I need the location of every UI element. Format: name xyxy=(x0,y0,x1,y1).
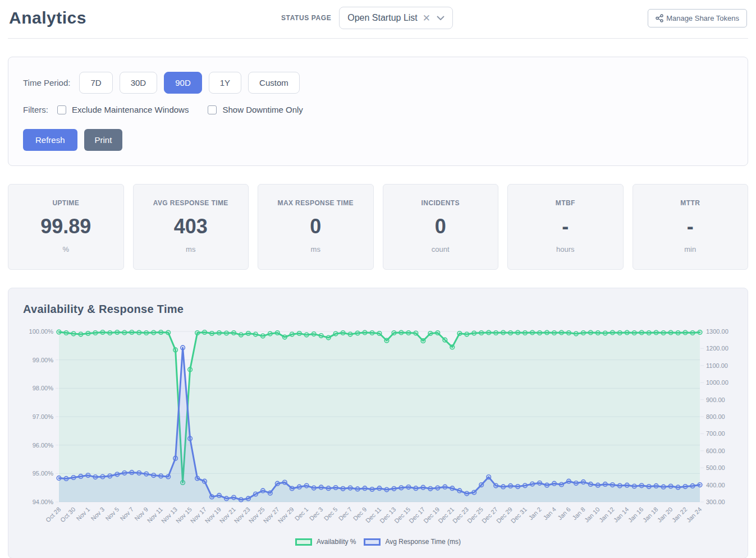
stats-row: UPTIME99.89%AVG RESPONSE TIME403msMAX RE… xyxy=(8,184,748,270)
svg-text:Dec 7: Dec 7 xyxy=(337,506,354,522)
svg-text:400.00: 400.00 xyxy=(706,482,725,488)
legend-label: Availability % xyxy=(317,538,356,546)
chart-title: Availability & Response Time xyxy=(23,303,733,316)
svg-text:700.00: 700.00 xyxy=(706,430,725,437)
status-page-selector: STATUS PAGE Open Startup List ✕ xyxy=(281,7,453,29)
stat-value: - xyxy=(512,215,618,238)
analytics-page: Analytics STATUS PAGE Open Startup List … xyxy=(0,0,756,558)
stat-unit: count xyxy=(388,245,494,253)
chart-legend: Availability %Avg Response Time (ms) xyxy=(23,534,733,550)
filters-label: Filters: xyxy=(23,105,48,114)
stat-value: - xyxy=(638,215,744,238)
svg-text:Jan 18: Jan 18 xyxy=(642,506,659,524)
svg-text:Nov 3: Nov 3 xyxy=(89,506,106,522)
svg-text:Jan 2: Jan 2 xyxy=(527,506,543,522)
stat-label: MTTR xyxy=(638,199,744,207)
svg-text:Jan 6: Jan 6 xyxy=(556,506,572,522)
print-button[interactable]: Print xyxy=(84,129,123,151)
checkbox-label: Exclude Maintenance Windows xyxy=(72,105,189,114)
svg-text:Jan 14: Jan 14 xyxy=(612,506,630,524)
time-period-label: Time Period: xyxy=(23,78,70,87)
stat-value: 0 xyxy=(263,215,369,238)
svg-text:500.00: 500.00 xyxy=(706,464,725,471)
legend-swatch xyxy=(364,538,381,546)
controls-panel: Time Period: 7D30D90D1YCustom Filters: E… xyxy=(8,57,748,166)
chart-wrap: 100.00%99.00%98.00%97.00%96.00%95.00%94.… xyxy=(23,324,733,534)
svg-text:Nov 1: Nov 1 xyxy=(75,506,91,522)
filters-row: Filters: Exclude Maintenance WindowsShow… xyxy=(23,105,733,114)
stat-unit: % xyxy=(13,245,119,253)
stat-unit: min xyxy=(638,245,744,253)
svg-text:1300.00: 1300.00 xyxy=(706,328,728,335)
stat-card-avg-response-time: AVG RESPONSE TIME403ms xyxy=(133,184,249,270)
svg-text:95.00%: 95.00% xyxy=(33,470,54,477)
svg-text:Nov 7: Nov 7 xyxy=(118,506,135,522)
svg-text:Jan 16: Jan 16 xyxy=(627,506,645,524)
availability-response-chart: 100.00%99.00%98.00%97.00%96.00%95.00%94.… xyxy=(23,324,732,532)
exclude-maintenance-windows-option[interactable]: Exclude Maintenance Windows xyxy=(57,105,189,114)
refresh-button[interactable]: Refresh xyxy=(23,129,77,151)
svg-text:96.00%: 96.00% xyxy=(33,442,54,449)
filter-checkboxes: Exclude Maintenance WindowsShow Downtime… xyxy=(57,105,303,114)
svg-text:800.00: 800.00 xyxy=(706,413,725,420)
svg-text:Dec 31: Dec 31 xyxy=(510,506,528,524)
stat-label: MAX RESPONSE TIME xyxy=(263,199,369,207)
status-page-value: Open Startup List xyxy=(347,13,418,23)
manage-share-tokens-button[interactable]: Manage Share Tokens xyxy=(648,9,747,27)
legend-swatch xyxy=(295,538,312,546)
time-period-custom-button[interactable]: Custom xyxy=(248,72,300,94)
svg-text:Nov 29: Nov 29 xyxy=(277,506,295,524)
legend-item-avg-response-time-ms[interactable]: Avg Response Time (ms) xyxy=(364,538,461,546)
svg-text:Jan 10: Jan 10 xyxy=(583,506,601,524)
time-period-1y-button[interactable]: 1Y xyxy=(209,72,241,94)
chevron-down-icon xyxy=(437,16,445,21)
exclude-maintenance-windows-checkbox[interactable] xyxy=(57,105,66,114)
stat-value: 99.89 xyxy=(13,215,119,238)
svg-text:Nov 5: Nov 5 xyxy=(104,506,120,522)
svg-text:Jan 12: Jan 12 xyxy=(598,506,616,524)
svg-text:Oct 28: Oct 28 xyxy=(44,506,62,523)
stat-value: 0 xyxy=(388,215,494,238)
svg-text:Jan 4: Jan 4 xyxy=(542,506,557,522)
stat-card-incidents: INCIDENTS0count xyxy=(383,184,499,270)
stat-card-mttr: MTTR-min xyxy=(633,184,749,270)
svg-text:98.00%: 98.00% xyxy=(33,385,54,391)
share-icon xyxy=(656,14,663,22)
time-period-30d-button[interactable]: 30D xyxy=(120,72,158,94)
show-downtime-only-checkbox[interactable] xyxy=(208,105,217,114)
svg-text:600.00: 600.00 xyxy=(706,448,725,454)
svg-text:97.00%: 97.00% xyxy=(33,413,54,420)
svg-text:300.00: 300.00 xyxy=(706,499,725,505)
svg-text:1000.00: 1000.00 xyxy=(706,379,728,386)
stat-card-uptime: UPTIME99.89% xyxy=(8,184,124,270)
svg-text:Dec 1: Dec 1 xyxy=(294,506,310,522)
legend-label: Avg Response Time (ms) xyxy=(385,538,461,546)
manage-share-tokens-label: Manage Share Tokens xyxy=(666,14,739,22)
svg-text:99.00%: 99.00% xyxy=(33,357,54,363)
stat-label: MTBF xyxy=(512,199,618,207)
stat-card-max-response-time: MAX RESPONSE TIME0ms xyxy=(258,184,374,270)
time-period-90d-button[interactable]: 90D xyxy=(164,72,202,94)
legend-item-availability[interactable]: Availability % xyxy=(295,538,356,546)
clear-selection-icon[interactable]: ✕ xyxy=(423,13,430,23)
time-period-7d-button[interactable]: 7D xyxy=(79,72,112,94)
stat-unit: ms xyxy=(138,245,244,253)
svg-text:900.00: 900.00 xyxy=(706,396,725,403)
stat-unit: ms xyxy=(263,245,369,253)
page-title: Analytics xyxy=(9,8,86,27)
svg-text:Jan 20: Jan 20 xyxy=(656,506,674,524)
stat-unit: hours xyxy=(512,245,618,253)
svg-text:Oct 30: Oct 30 xyxy=(59,506,76,523)
stat-label: INCIDENTS xyxy=(388,199,494,207)
svg-text:94.00%: 94.00% xyxy=(33,499,54,505)
stat-value: 403 xyxy=(138,215,244,238)
svg-text:1100.00: 1100.00 xyxy=(706,362,728,369)
stat-card-mtbf: MTBF-hours xyxy=(507,184,624,270)
svg-text:Jan 24: Jan 24 xyxy=(685,506,703,524)
header: Analytics STATUS PAGE Open Startup List … xyxy=(8,0,748,39)
svg-text:100.00%: 100.00% xyxy=(29,328,54,335)
status-page-label: STATUS PAGE xyxy=(281,14,331,22)
chart-card: Availability & Response Time 100.00%99.0… xyxy=(8,288,748,558)
status-page-dropdown[interactable]: Open Startup List ✕ xyxy=(339,7,453,29)
show-downtime-only-option[interactable]: Show Downtime Only xyxy=(208,105,303,114)
